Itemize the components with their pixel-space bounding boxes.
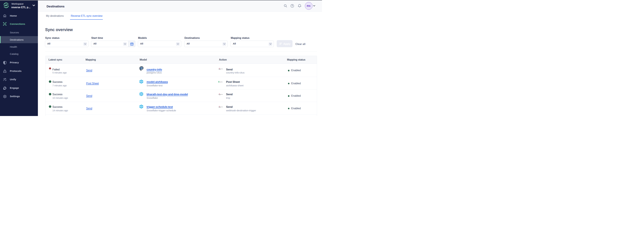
svg-text:webhooks: webhooks xyxy=(220,106,223,107)
svg-text:webhooks: webhooks xyxy=(220,68,223,69)
svg-text:Google Sheets: Google Sheets xyxy=(220,81,223,82)
svg-text:webhooks: webhooks xyxy=(220,94,223,95)
